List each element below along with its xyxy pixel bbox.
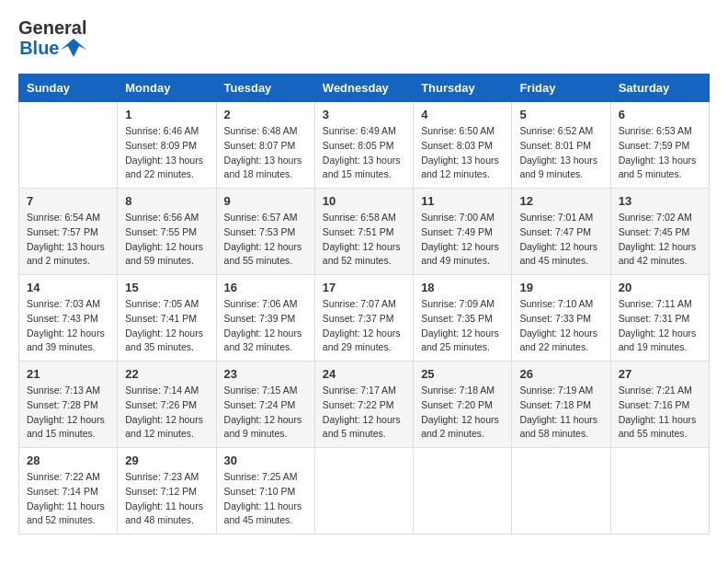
calendar-cell: 17Sunrise: 7:07 AM Sunset: 7:37 PM Dayli… (314, 275, 413, 362)
day-number: 8 (125, 194, 208, 208)
day-info: Sunrise: 7:23 AM Sunset: 7:12 PM Dayligh… (125, 470, 208, 528)
day-number: 27 (619, 367, 701, 381)
day-number: 20 (619, 281, 701, 294)
calendar-cell: 28Sunrise: 7:22 AM Sunset: 7:14 PM Dayli… (19, 448, 118, 534)
week-row-1: 1Sunrise: 6:46 AM Sunset: 8:09 PM Daylig… (19, 102, 710, 189)
day-info: Sunrise: 6:53 AM Sunset: 7:59 PM Dayligh… (619, 124, 701, 182)
calendar-cell: 8Sunrise: 6:56 AM Sunset: 7:55 PM Daylig… (118, 189, 216, 275)
day-info: Sunrise: 7:11 AM Sunset: 7:31 PM Dayligh… (619, 297, 701, 355)
day-number: 18 (421, 281, 504, 294)
calendar-cell: 23Sunrise: 7:15 AM Sunset: 7:24 PM Dayli… (216, 362, 314, 448)
day-number: 29 (125, 454, 208, 467)
calendar-cell: 5Sunrise: 6:52 AM Sunset: 8:01 PM Daylig… (512, 102, 610, 189)
day-info: Sunrise: 7:06 AM Sunset: 7:39 PM Dayligh… (224, 297, 307, 355)
day-info: Sunrise: 6:50 AM Sunset: 8:03 PM Dayligh… (421, 124, 504, 182)
day-number: 15 (125, 281, 208, 294)
day-info: Sunrise: 7:05 AM Sunset: 7:41 PM Dayligh… (125, 297, 208, 355)
col-header-sunday: Sunday (19, 75, 118, 102)
day-number: 16 (224, 281, 307, 294)
calendar-cell (414, 448, 512, 534)
day-info: Sunrise: 7:17 AM Sunset: 7:22 PM Dayligh… (323, 384, 405, 442)
week-row-2: 7Sunrise: 6:54 AM Sunset: 7:57 PM Daylig… (19, 189, 710, 275)
calendar-cell: 7Sunrise: 6:54 AM Sunset: 7:57 PM Daylig… (19, 189, 118, 275)
calendar-cell: 21Sunrise: 7:13 AM Sunset: 7:28 PM Dayli… (19, 362, 118, 448)
calendar-cell: 6Sunrise: 6:53 AM Sunset: 7:59 PM Daylig… (610, 102, 709, 189)
calendar-cell: 15Sunrise: 7:05 AM Sunset: 7:41 PM Dayli… (118, 275, 216, 362)
calendar-cell: 27Sunrise: 7:21 AM Sunset: 7:16 PM Dayli… (610, 362, 709, 448)
day-info: Sunrise: 7:22 AM Sunset: 7:14 PM Dayligh… (27, 470, 109, 528)
day-info: Sunrise: 7:18 AM Sunset: 7:20 PM Dayligh… (421, 384, 504, 442)
day-number: 28 (27, 454, 109, 467)
col-header-saturday: Saturday (610, 75, 709, 102)
day-number: 7 (27, 194, 109, 208)
day-number: 19 (519, 281, 602, 294)
day-info: Sunrise: 7:03 AM Sunset: 7:43 PM Dayligh… (27, 297, 109, 355)
day-number: 5 (519, 108, 602, 121)
day-info: Sunrise: 6:46 AM Sunset: 8:09 PM Dayligh… (125, 124, 208, 182)
day-number: 22 (125, 367, 208, 381)
day-info: Sunrise: 6:58 AM Sunset: 7:51 PM Dayligh… (323, 211, 405, 269)
day-info: Sunrise: 7:02 AM Sunset: 7:45 PM Dayligh… (619, 211, 701, 269)
col-header-tuesday: Tuesday (216, 75, 314, 102)
calendar: SundayMondayTuesdayWednesdayThursdayFrid… (18, 74, 710, 534)
calendar-cell (512, 448, 610, 534)
col-header-thursday: Thursday (414, 75, 512, 102)
day-number: 25 (421, 367, 504, 381)
calendar-cell: 10Sunrise: 6:58 AM Sunset: 7:51 PM Dayli… (314, 189, 413, 275)
svg-marker-0 (61, 39, 86, 57)
day-number: 17 (323, 281, 405, 294)
day-number: 9 (224, 194, 307, 208)
day-number: 10 (323, 194, 405, 208)
day-info: Sunrise: 7:07 AM Sunset: 7:37 PM Dayligh… (323, 297, 405, 355)
week-row-4: 21Sunrise: 7:13 AM Sunset: 7:28 PM Dayli… (19, 362, 710, 448)
day-info: Sunrise: 6:57 AM Sunset: 7:53 PM Dayligh… (224, 211, 307, 269)
calendar-cell: 3Sunrise: 6:49 AM Sunset: 8:05 PM Daylig… (314, 102, 413, 189)
day-info: Sunrise: 6:56 AM Sunset: 7:55 PM Dayligh… (125, 211, 208, 269)
calendar-cell (314, 448, 413, 534)
day-number: 3 (323, 108, 405, 121)
day-info: Sunrise: 7:01 AM Sunset: 7:47 PM Dayligh… (519, 211, 602, 269)
day-info: Sunrise: 7:10 AM Sunset: 7:33 PM Dayligh… (519, 297, 602, 355)
calendar-cell: 30Sunrise: 7:25 AM Sunset: 7:10 PM Dayli… (216, 448, 314, 534)
day-number: 6 (619, 108, 701, 121)
calendar-cell (19, 102, 118, 189)
day-number: 13 (619, 194, 701, 208)
day-number: 21 (27, 367, 109, 381)
day-info: Sunrise: 6:52 AM Sunset: 8:01 PM Dayligh… (519, 124, 602, 182)
calendar-cell: 18Sunrise: 7:09 AM Sunset: 7:35 PM Dayli… (414, 275, 512, 362)
day-info: Sunrise: 6:49 AM Sunset: 8:05 PM Dayligh… (323, 124, 405, 182)
week-row-5: 28Sunrise: 7:22 AM Sunset: 7:14 PM Dayli… (19, 448, 710, 534)
calendar-cell: 14Sunrise: 7:03 AM Sunset: 7:43 PM Dayli… (19, 275, 118, 362)
logo-bird-icon (61, 37, 86, 59)
calendar-cell: 25Sunrise: 7:18 AM Sunset: 7:20 PM Dayli… (414, 362, 512, 448)
logo: General Blue (18, 18, 86, 59)
day-number: 4 (421, 108, 504, 121)
day-number: 30 (224, 454, 307, 467)
day-number: 14 (27, 281, 109, 294)
day-info: Sunrise: 7:00 AM Sunset: 7:49 PM Dayligh… (421, 211, 504, 269)
day-info: Sunrise: 7:25 AM Sunset: 7:10 PM Dayligh… (224, 470, 307, 528)
col-header-monday: Monday (118, 75, 216, 102)
calendar-cell: 26Sunrise: 7:19 AM Sunset: 7:18 PM Dayli… (512, 362, 610, 448)
calendar-cell: 2Sunrise: 6:48 AM Sunset: 8:07 PM Daylig… (216, 102, 314, 189)
day-info: Sunrise: 6:54 AM Sunset: 7:57 PM Dayligh… (27, 211, 109, 269)
day-number: 12 (519, 194, 602, 208)
calendar-cell: 24Sunrise: 7:17 AM Sunset: 7:22 PM Dayli… (314, 362, 413, 448)
week-row-3: 14Sunrise: 7:03 AM Sunset: 7:43 PM Dayli… (19, 275, 710, 362)
calendar-cell: 22Sunrise: 7:14 AM Sunset: 7:26 PM Dayli… (118, 362, 216, 448)
calendar-cell: 13Sunrise: 7:02 AM Sunset: 7:45 PM Dayli… (610, 189, 709, 275)
day-info: Sunrise: 7:13 AM Sunset: 7:28 PM Dayligh… (27, 384, 109, 442)
col-header-wednesday: Wednesday (314, 75, 413, 102)
day-number: 23 (224, 367, 307, 381)
day-number: 26 (519, 367, 602, 381)
calendar-cell: 19Sunrise: 7:10 AM Sunset: 7:33 PM Dayli… (512, 275, 610, 362)
day-info: Sunrise: 7:15 AM Sunset: 7:24 PM Dayligh… (224, 384, 307, 442)
calendar-cell: 1Sunrise: 6:46 AM Sunset: 8:09 PM Daylig… (118, 102, 216, 189)
calendar-cell: 11Sunrise: 7:00 AM Sunset: 7:49 PM Dayli… (414, 189, 512, 275)
col-header-friday: Friday (512, 75, 610, 102)
calendar-cell: 20Sunrise: 7:11 AM Sunset: 7:31 PM Dayli… (610, 275, 709, 362)
calendar-cell: 12Sunrise: 7:01 AM Sunset: 7:47 PM Dayli… (512, 189, 610, 275)
day-number: 11 (421, 194, 504, 208)
day-info: Sunrise: 7:19 AM Sunset: 7:18 PM Dayligh… (519, 384, 602, 442)
calendar-cell: 29Sunrise: 7:23 AM Sunset: 7:12 PM Dayli… (118, 448, 216, 534)
